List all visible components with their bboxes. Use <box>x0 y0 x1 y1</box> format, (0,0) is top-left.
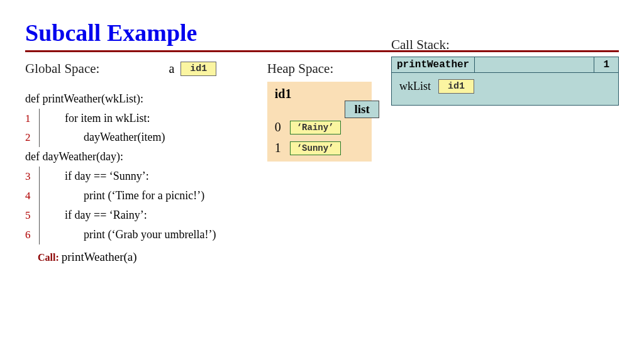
code-line-3: 3 if day == ‘Sunny’: <box>25 167 267 186</box>
code-def-printweather: def printWeather(wkList): <box>25 89 267 109</box>
line-number: 4 <box>25 187 39 206</box>
line-number: 2 <box>25 129 39 147</box>
frame-current-line: 1 <box>594 57 618 72</box>
frame-var-name: wkList <box>399 80 431 93</box>
heap-object: id1 list 0 ‘Rainy’ 1 ‘Sunny’ <box>267 82 372 162</box>
heap-value: ‘Sunny’ <box>290 141 341 155</box>
global-space-label: Global Space: <box>25 61 99 77</box>
global-space-row: Global Space: a id1 <box>25 61 267 77</box>
heap-object-id: id1 <box>272 85 367 102</box>
code-line-5: 5 if day == ‘Rainy’: <box>25 206 267 225</box>
line-number: 5 <box>25 207 39 225</box>
heap-space-label: Heap Space: <box>267 61 391 77</box>
callstack-column: Call Stack: printWeather 1 wkList id1 <box>391 61 619 106</box>
global-var-ref: id1 <box>180 62 216 76</box>
callstack-label: Call Stack: <box>391 37 619 53</box>
call-expression: printWeather(a) <box>62 247 137 267</box>
code-block: def printWeather(wkList): 1 for item in … <box>25 89 267 267</box>
frame-var-ref: id1 <box>438 79 474 94</box>
stack-frame: printWeather 1 wkList id1 <box>391 57 619 106</box>
code-line-4: 4 print (‘Time for a picnic!’) <box>25 186 267 206</box>
code-line-1: 1 for item in wkList: <box>25 109 267 128</box>
content-columns: Global Space: a id1 def printWeather(wkL… <box>25 61 619 267</box>
code-def-dayweather: def dayWeather(day): <box>25 147 267 167</box>
line-number: 1 <box>25 110 39 128</box>
left-column: Global Space: a id1 def printWeather(wkL… <box>25 61 267 267</box>
line-number: 3 <box>25 168 39 186</box>
code-call-line: Call: printWeather(a) <box>25 247 267 267</box>
code-line-6: 6 print (‘Grab your umbrella!’) <box>25 225 267 244</box>
heap-type-tag: list <box>345 101 379 118</box>
frame-body: wkList id1 <box>392 73 618 105</box>
call-label: Call: <box>38 249 59 266</box>
code-line-2: 2 dayWeather(item) <box>25 128 267 147</box>
heap-row: 0 ‘Rainy’ <box>272 120 367 134</box>
frame-function-name: printWeather <box>392 57 475 72</box>
heap-row: 1 ‘Sunny’ <box>272 141 367 155</box>
line-number: 6 <box>25 226 39 244</box>
heap-value: ‘Rainy’ <box>290 121 341 134</box>
frame-header: printWeather 1 <box>392 57 618 73</box>
heap-column: Heap Space: id1 list 0 ‘Rainy’ 1 ‘Sunny’ <box>267 61 391 162</box>
heap-index: 0 <box>272 120 284 134</box>
heap-index: 1 <box>272 141 284 155</box>
global-var-name: a <box>169 62 174 76</box>
